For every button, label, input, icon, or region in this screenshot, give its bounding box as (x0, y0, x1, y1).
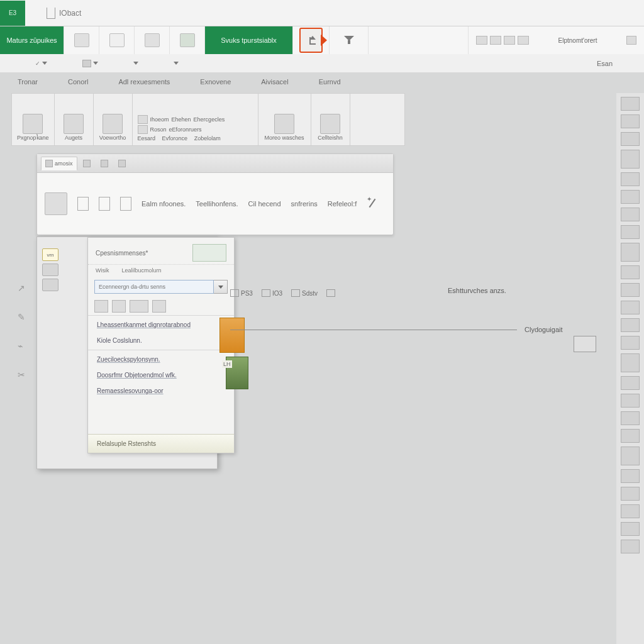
canvas-drop-target[interactable] (574, 336, 596, 352)
canvas-tab-3[interactable] (326, 289, 335, 297)
thumb-item[interactable] (621, 487, 640, 501)
floating-tab-active[interactable]: amosix (41, 157, 77, 170)
page-icon (109, 33, 125, 47)
sec-tab-4[interactable]: Aivisacel (255, 75, 294, 88)
menu-item-3[interactable]: Doosrfmr Objetoendmoſ wfk. (88, 367, 234, 383)
canvas-tab-0[interactable]: PS3 (230, 289, 253, 297)
pages-icon (23, 114, 43, 134)
search-go-button[interactable] (214, 280, 228, 294)
thumb-item[interactable] (621, 190, 640, 204)
thumb-item[interactable] (621, 429, 640, 443)
quick-access-row: ✓ Esan (0, 54, 644, 73)
ribbon-group-4[interactable]: Moreo wasches (258, 94, 311, 145)
mini-icon-4[interactable] (518, 36, 529, 45)
thumb-item[interactable] (621, 172, 640, 186)
thumb-item[interactable] (621, 97, 640, 111)
popup-col-label-1: Lealilbucmolurn (122, 267, 162, 274)
sec-tab-1[interactable]: Conorl (62, 75, 94, 88)
thumb-item[interactable] (621, 540, 640, 553)
gallery-icon-3[interactable] (120, 197, 131, 211)
floating-tab-3[interactable] (114, 157, 130, 170)
tab-main[interactable]: Maturs zūpuikes (0, 26, 64, 54)
left-tool-2[interactable]: ✎ (18, 312, 28, 322)
thumb-item[interactable] (621, 318, 640, 332)
popup-tb-2[interactable] (42, 279, 58, 291)
floating-tab-1[interactable] (79, 157, 95, 170)
menu-item-2[interactable]: Zueciloeckspylonsynn. (88, 352, 234, 367)
row-icon-a (138, 115, 148, 124)
thumb-item[interactable] (621, 114, 640, 128)
popup-tb-1[interactable] (42, 264, 58, 276)
tab-icon-2[interactable] (99, 26, 135, 54)
ribbon-group-0[interactable]: Pxgnopk̇ane (12, 94, 55, 145)
app-badge[interactable]: E3 (0, 1, 25, 26)
wand-icon[interactable] (367, 198, 378, 209)
menu-item-0[interactable]: Lheassentkanmet dignrotarabnod (88, 317, 234, 333)
qa-item-1[interactable]: ✓ (35, 60, 47, 67)
tab-icon-1[interactable] (64, 26, 99, 54)
tab-filter[interactable] (330, 26, 369, 54)
popup-icon-0[interactable] (94, 300, 108, 313)
canvas-tab-1[interactable]: IO3 (262, 289, 282, 297)
qa-item-3[interactable] (133, 62, 138, 65)
popup-icon-3[interactable] (152, 300, 166, 313)
thumb-item[interactable] (621, 522, 640, 536)
ribbon-group-1[interactable]: Augets (55, 94, 94, 145)
qa-item-4[interactable] (174, 62, 179, 65)
sec-tab-3[interactable]: Exnovene (194, 75, 237, 88)
canvas-tab-bar: PS3 IO3 Sdstv (230, 286, 335, 301)
thumb-item[interactable] (621, 504, 640, 518)
ribbon-group-2[interactable]: Voewortho (94, 94, 133, 145)
toolbar-label-d: snfrerins (291, 200, 318, 208)
right-thumbnail-panel (616, 93, 644, 644)
menu-item-1[interactable]: Kiole Coslslunn. (88, 333, 234, 348)
thumb-item[interactable] (621, 394, 640, 408)
search-input[interactable] (94, 280, 214, 294)
thumb-item[interactable] (621, 469, 640, 483)
thumb-item[interactable] (621, 243, 640, 262)
thumb-item[interactable] (621, 353, 640, 372)
menu-item-footer[interactable]: Relalsuple Rstenshts (88, 434, 234, 453)
gallery-icon-2[interactable] (99, 197, 110, 211)
tab-highlighted[interactable] (293, 26, 330, 54)
sec-tab-2[interactable]: Adl rexuesments (112, 75, 176, 88)
gallery-icon-1[interactable] (77, 197, 89, 211)
thumb-item[interactable] (621, 225, 640, 239)
floating-tab-2[interactable] (96, 157, 113, 170)
menu-item-4[interactable]: Remaesslesovunga-oor (88, 383, 234, 399)
thumb-item[interactable] (621, 447, 640, 465)
ribbon-group-5[interactable]: Cellteishn (311, 94, 350, 145)
tab-icon-4[interactable] (170, 26, 205, 54)
sec-tab-5[interactable]: Eurnvd (313, 75, 347, 88)
popup-header-thumbnail[interactable] (192, 244, 226, 262)
mini-icon-end[interactable] (626, 36, 636, 45)
thumb-item[interactable] (621, 150, 640, 169)
mini-icon-2[interactable] (490, 36, 501, 45)
gallery-icon-large[interactable] (45, 192, 67, 215)
popup-badge[interactable]: vrn (42, 248, 58, 261)
document-name: IObact (47, 8, 81, 19)
left-tool-3[interactable]: ⌁ (18, 341, 28, 351)
popup-icon-1[interactable] (112, 300, 126, 313)
left-tool-4[interactable]: ✂ (18, 370, 28, 380)
thumb-item[interactable] (621, 411, 640, 425)
thumb-item[interactable] (621, 265, 640, 279)
qa-item-2[interactable] (82, 60, 98, 67)
left-tool-1[interactable]: ↗ (18, 283, 28, 293)
popup-icon-2[interactable] (130, 300, 148, 313)
funnel-icon (344, 36, 354, 45)
mini-icon-1[interactable] (476, 36, 487, 45)
tab-icon-3[interactable] (135, 26, 170, 54)
thumb-item[interactable] (621, 132, 640, 146)
thumb-item[interactable] (621, 336, 640, 350)
canvas-tab-2[interactable]: Sdstv (291, 289, 318, 297)
thumb-item[interactable] (621, 283, 640, 297)
thumb-item[interactable] (621, 301, 640, 314)
thumb-item[interactable] (621, 376, 640, 390)
thumb-item[interactable] (621, 208, 640, 221)
tab-styles[interactable]: Svuks tpurstsiablx (205, 26, 293, 54)
tool-icon (64, 114, 84, 134)
sec-tab-0[interactable]: Tronar (11, 75, 44, 88)
preview-thumbnail-orange[interactable] (219, 318, 245, 353)
mini-icon-3[interactable] (504, 36, 515, 45)
